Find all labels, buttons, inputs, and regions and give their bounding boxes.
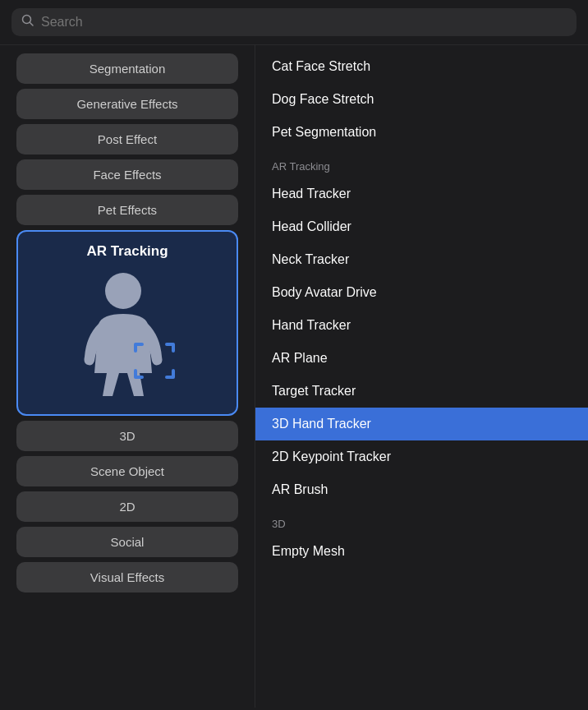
sidebar-item-3d[interactable]: 3D	[16, 421, 238, 451]
svg-line-1	[30, 23, 34, 26]
search-bar	[0, 0, 588, 45]
list-item[interactable]: Head Collider	[255, 210, 588, 243]
ar-tracking-label: AR Tracking	[18, 232, 237, 266]
list-item[interactable]: Cat Face Stretch	[255, 50, 588, 83]
list-item[interactable]: AR Brush	[255, 473, 588, 506]
list-item[interactable]: 2D Keypoint Tracker	[255, 440, 588, 473]
sidebar-item-social[interactable]: Social	[16, 527, 238, 557]
sidebar: Segmentation Generative Effects Post Eff…	[0, 45, 255, 708]
list-item[interactable]: Dog Face Stretch	[255, 83, 588, 116]
sidebar-item-pet-effects[interactable]: Pet Effects	[16, 195, 238, 225]
search-icon	[21, 14, 34, 30]
list-item[interactable]: Empty Mesh	[255, 535, 588, 568]
sidebar-item-scene-object[interactable]: Scene Object	[16, 456, 238, 486]
list-item[interactable]: Target Tracker	[255, 375, 588, 408]
list-item[interactable]: Hand Tracker	[255, 309, 588, 342]
svg-point-2	[105, 273, 141, 309]
list-item[interactable]: Head Tracker	[255, 178, 588, 210]
search-input-wrapper	[11, 8, 577, 36]
content-list: Cat Face Stretch Dog Face Stretch Pet Se…	[255, 45, 588, 708]
list-item[interactable]: AR Plane	[255, 342, 588, 375]
sidebar-item-2d[interactable]: 2D	[16, 491, 238, 522]
list-item[interactable]: Pet Segmentation	[255, 116, 588, 149]
list-item[interactable]: Body Avatar Drive	[255, 276, 588, 309]
search-input[interactable]	[41, 15, 567, 30]
sidebar-item-visual-effects[interactable]: Visual Effects	[16, 562, 238, 592]
section-header-3d: 3D	[255, 506, 588, 535]
sidebar-item-generative-effects[interactable]: Generative Effects	[16, 89, 238, 119]
list-item-3d-hand-tracker[interactable]: 3D Hand Tracker	[255, 408, 588, 440]
ar-tracking-illustration	[18, 266, 237, 414]
sidebar-item-ar-tracking[interactable]: AR Tracking	[16, 230, 238, 416]
sidebar-item-face-effects[interactable]: Face Effects	[16, 159, 238, 190]
section-header-ar-tracking: AR Tracking	[255, 149, 588, 178]
main-layout: Segmentation Generative Effects Post Eff…	[0, 45, 588, 708]
sidebar-item-segmentation[interactable]: Segmentation	[16, 53, 238, 84]
human-figure-svg	[53, 266, 201, 398]
list-item[interactable]: Neck Tracker	[255, 243, 588, 276]
sidebar-item-post-effect[interactable]: Post Effect	[16, 124, 238, 154]
